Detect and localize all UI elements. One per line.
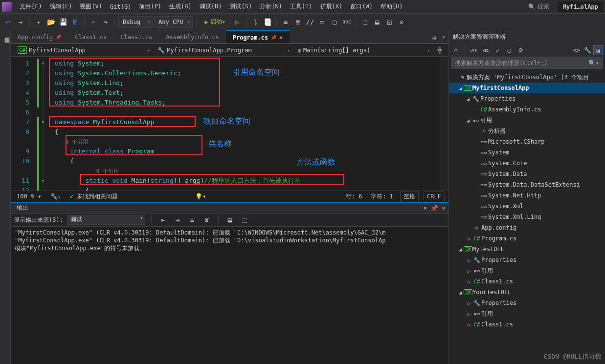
se-code-icon[interactable]: <> (572, 45, 582, 55)
tool-2-icon[interactable]: 📑 (262, 17, 273, 27)
menu-file[interactable]: 文件(F) (16, 0, 46, 13)
rename-icon[interactable]: abc (341, 17, 352, 27)
new-project-button[interactable]: ✦ (33, 17, 44, 27)
output-source-dropdown[interactable]: 调试 (67, 215, 145, 225)
indent-inc-icon[interactable]: ≡ (280, 17, 291, 27)
tree-program[interactable]: C#Program.cs (449, 233, 605, 244)
bookmark-icon[interactable]: ▢ (329, 17, 340, 27)
tree-p2-refs[interactable]: ▪▫引用 (449, 265, 605, 276)
menu-build[interactable]: 生成(B) (165, 0, 196, 13)
tree-analyzer[interactable]: ⚡分析器 (449, 126, 605, 136)
start-nodebug-button[interactable]: ▷ (232, 17, 243, 27)
tree-assemblyinfo[interactable]: C#AssemblyInfo.cs (449, 104, 605, 115)
se-home-icon[interactable]: ⌂ (451, 45, 461, 55)
menu-debug[interactable]: 调试(D) (196, 0, 226, 13)
se-sync-icon[interactable]: ⇌ (493, 45, 502, 55)
zoom-level[interactable]: 100 % ▾ (15, 193, 44, 200)
indent-dec-icon[interactable]: ≣ (292, 17, 303, 27)
out-clear-icon[interactable]: ✘ (202, 214, 212, 225)
tree-p3-props[interactable]: 🔧Properties (449, 298, 605, 308)
tab-class1-b[interactable]: Class1.cs (113, 30, 159, 43)
open-button[interactable]: 📂 (45, 17, 56, 27)
pin-icon[interactable]: 📌 (56, 35, 61, 40)
error-status[interactable]: ✔ 未找到相关问题 (68, 193, 120, 201)
bc-project[interactable]: C#MyfirstConsolApp (14, 46, 154, 54)
search-box[interactable]: 🔍 搜索 (528, 2, 549, 11)
tree-p2-class1[interactable]: C#Class1.cs (449, 276, 605, 287)
menu-analyze[interactable]: 分析(N) (256, 0, 286, 13)
tab-program[interactable]: Program.cs📌✕ (226, 30, 290, 43)
code-editor[interactable]: 12345678 910 11121314151617 ▾▾▾ using Sy… (11, 57, 448, 191)
tree-ref-2[interactable]: ▫▫System (449, 147, 605, 158)
platform-dropdown[interactable]: Any CPU (154, 16, 193, 28)
tree-ref-4[interactable]: ▫▫System.Data (449, 169, 605, 179)
se-history-icon[interactable]: ↺▾ (469, 45, 479, 55)
output-dropdown-icon[interactable]: ▾ (424, 205, 427, 212)
tree-project-2[interactable]: C#MytestDLL (449, 244, 605, 255)
start-debug-button[interactable]: 启动 ▾ (200, 16, 230, 28)
tree-appconfig[interactable]: ⚙App.config (449, 222, 605, 233)
pin-icon[interactable]: 📌 (271, 35, 276, 40)
bc-class[interactable]: 🔧MyfirstConsolApp.Program (154, 47, 293, 54)
tab-assemblyinfo[interactable]: AssemblyInfo.cs (159, 30, 225, 43)
tree-references[interactable]: ▪▫引用 (449, 115, 605, 126)
nav-back-button[interactable]: ⤺ (3, 17, 14, 27)
tool-b-icon[interactable]: ⬓ (372, 17, 382, 27)
close-tab-icon[interactable]: ✕ (279, 34, 283, 41)
insert-mode[interactable]: 空格 (400, 191, 419, 202)
line-indicator[interactable]: 行: 6 (344, 193, 364, 201)
menu-view[interactable]: 视图(V) (76, 0, 106, 13)
solution-tree[interactable]: ⊞解决方案 'MyfirstConsolApp' (3 个项目 C#Myfirs… (449, 71, 605, 364)
se-refresh-icon[interactable]: ⟳ (516, 45, 526, 55)
save-button[interactable]: 💾 (58, 17, 68, 27)
se-preview-icon[interactable]: ◪ (593, 45, 603, 55)
fold-column[interactable]: ▾▾▾ (34, 57, 52, 191)
minimap-scrollbar[interactable] (440, 57, 448, 191)
undo-button[interactable]: ↶ (88, 17, 99, 27)
preview-tab-icon[interactable]: ◪ (430, 30, 439, 43)
tab-appconfig[interactable]: App.config📌 (11, 30, 68, 43)
tool-a-icon[interactable]: ⬚ (359, 17, 370, 27)
se-wrench-icon[interactable]: 🔧 (583, 45, 592, 55)
toolbox-icon[interactable]: 🔧ₓ (48, 193, 63, 200)
tree-p3-refs[interactable]: ▪▫引用 (449, 308, 605, 319)
output-title[interactable]: 输出 (14, 203, 31, 213)
menu-extensions[interactable]: 扩展(X) (316, 0, 347, 13)
out-tool-3-icon[interactable]: ≡ (187, 214, 198, 225)
menu-project[interactable]: 项目(P) (135, 0, 165, 13)
tree-ref-7[interactable]: ▫▫System.Xml (449, 201, 605, 212)
se-back-icon[interactable]: ≪ (481, 45, 491, 55)
out-tool-1-icon[interactable]: ⇤ (157, 214, 168, 225)
comment-icon[interactable]: // (305, 17, 315, 27)
bc-method[interactable]: ◉Main(string[] args) (294, 47, 434, 54)
tree-ref-8[interactable]: ▫▫System.Xml.Linq (449, 212, 605, 222)
menu-help[interactable]: 帮助(H) (377, 0, 407, 13)
tree-ref-3[interactable]: ▫▫System.Core (449, 158, 605, 169)
tree-ref-5[interactable]: ▫▫System.Data.DataSetExtensi (449, 179, 605, 190)
uncomment-icon[interactable]: ≔ (317, 17, 328, 27)
tab-class1-a[interactable]: Class1.cs (68, 30, 113, 43)
menu-git[interactable]: Git(G) (106, 1, 135, 12)
save-all-button[interactable]: 🗎 (70, 17, 81, 27)
output-text[interactable]: "MyfirstConsolApp.exe" (CLR v4.0.30319: … (11, 227, 448, 364)
output-close-icon[interactable]: ✕ (442, 205, 446, 212)
redo-button[interactable]: ↷ (100, 17, 111, 27)
left-sidebar-tab[interactable]: 服务器资源管理器 (0, 30, 11, 364)
config-dropdown[interactable]: Debug (118, 16, 153, 28)
tool-1-icon[interactable]: ⤵ (250, 17, 261, 27)
tree-project-3[interactable]: C#YourTestDLL (449, 287, 605, 298)
char-indicator[interactable]: 字符: 1 (369, 193, 395, 201)
tabs-overflow-icon[interactable]: ▾ (439, 30, 448, 43)
breakpoint-icon[interactable]: 💡▾ (193, 193, 208, 200)
tool-c-icon[interactable]: ◱ (384, 17, 395, 27)
tree-solution[interactable]: ⊞解决方案 'MyfirstConsolApp' (3 个项目 (449, 72, 605, 83)
split-editor-icon[interactable]: ╬ (434, 47, 446, 54)
se-showall-icon[interactable]: ▢ (504, 45, 514, 55)
tree-ref-6[interactable]: ▫▫System.Net.Http (449, 190, 605, 201)
out-tool-2-icon[interactable]: ⇥ (172, 214, 183, 225)
tool-d-icon[interactable]: ✕ (396, 17, 407, 27)
tree-p2-props[interactable]: 🔧Properties (449, 255, 605, 265)
se-search-input[interactable]: 搜索解决方案资源管理器(Ctrl+;)🔍▾ (451, 57, 603, 69)
code-text[interactable]: using System; using System.Collections.G… (52, 57, 440, 191)
tree-properties[interactable]: 🔧Properties (449, 93, 605, 104)
